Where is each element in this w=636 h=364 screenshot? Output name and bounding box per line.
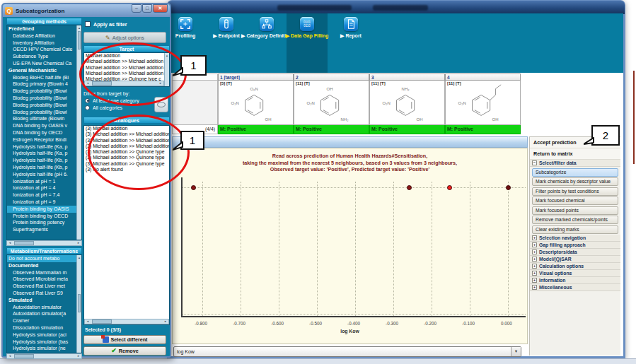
data-point[interactable] bbox=[407, 185, 412, 190]
dialog-titlebar[interactable]: Q Subcategorization – □ ✕ bbox=[3, 4, 170, 17]
metabolism-tree-item[interactable]: Observed Mammalian m bbox=[7, 269, 78, 276]
main-window-titlebar[interactable] bbox=[168, 1, 625, 14]
vertical-scrollbar[interactable]: ▲ bbox=[76, 25, 81, 240]
metabolism-tree-item[interactable]: Autoxidation simulator(a bbox=[7, 310, 78, 317]
grouping-tree-item[interactable]: Hydrolysis half-life (Ka, p bbox=[7, 143, 78, 151]
metabolism-tree-item[interactable]: Observed Microbial meta bbox=[7, 276, 78, 283]
metabolism-tree-item[interactable]: Do not account metabo bbox=[7, 255, 78, 262]
grouping-tree-item[interactable]: Biodeg probability (Biowi bbox=[7, 88, 78, 95]
panel-button[interactable]: Mark focused points bbox=[532, 206, 618, 215]
metabolism-tree-item[interactable]: Hydrolysis simulator (bas bbox=[7, 339, 78, 346]
metabolism-tree-item[interactable]: Observed Rat Liver S9 bbox=[7, 290, 78, 297]
radio-icon[interactable] bbox=[85, 98, 90, 103]
grouping-tree-item[interactable]: General Mechanistic bbox=[7, 67, 78, 74]
chemical-structure-cell[interactable]: [5] [T]O₂NO₂NOH bbox=[218, 81, 294, 125]
metabolism-tree-item[interactable]: Observed Rat Liver met bbox=[7, 283, 78, 290]
grouping-tree-item[interactable]: Biodeg ultimate (Biowin bbox=[7, 115, 78, 122]
descriptor-dropdown[interactable]: log Kow ▼ bbox=[173, 346, 521, 357]
matrix-column-header[interactable]: 4 bbox=[445, 74, 521, 81]
grouping-tree-item[interactable]: Biodeg primary (Biowin 4 bbox=[7, 81, 78, 88]
maximize-icon[interactable]: □ bbox=[142, 4, 152, 13]
metabolism-tree-item[interactable]: Autoxidation simulator bbox=[7, 304, 78, 311]
horizontal-scrollbar[interactable]: ◄► bbox=[84, 319, 169, 324]
matrix-column-header[interactable]: 1 [target] bbox=[218, 74, 294, 81]
select-different-button[interactable]: Select different bbox=[83, 335, 166, 344]
radio-icon[interactable] bbox=[85, 105, 90, 110]
vertical-scrollbar[interactable]: ▲ bbox=[76, 255, 81, 353]
metabolism-tree-item[interactable]: Documented bbox=[7, 262, 78, 269]
panel-section-collapsed[interactable]: +Descriptors/data bbox=[530, 249, 620, 256]
grouping-tree-item[interactable]: Biodeg probability (Biowi bbox=[7, 109, 78, 116]
grouping-tree-item[interactable]: DNA binding by OECD bbox=[7, 129, 78, 136]
metabolism-tree-item[interactable]: Dissociation simulation bbox=[7, 324, 78, 331]
grouping-tree-item[interactable]: Protein binding potency bbox=[7, 219, 78, 226]
panel-button[interactable]: Remove marked chemicals/points bbox=[532, 216, 618, 224]
grouping-tree-item[interactable]: Substance Type bbox=[7, 53, 78, 60]
matrix-column-header[interactable]: 2 bbox=[294, 74, 369, 81]
panel-button[interactable]: Filter points by test conditions bbox=[532, 187, 618, 196]
grouping-tree-item[interactable]: Estrogen Receptor Bindi bbox=[7, 136, 78, 143]
metabolism-tree-item[interactable]: Simulated bbox=[7, 297, 78, 304]
checkbox-icon[interactable] bbox=[85, 21, 91, 27]
grouping-tree-item[interactable]: Protein binding by OECD bbox=[7, 213, 78, 220]
panel-button[interactable]: Subcategorize bbox=[532, 168, 618, 177]
panel-section-collapsed[interactable]: +Visual options bbox=[530, 270, 620, 277]
result-cell[interactable]: M: Positive bbox=[445, 125, 521, 134]
panel-section-collapsed[interactable]: +Information bbox=[530, 277, 620, 284]
panel-button[interactable]: Mark focused chemical bbox=[532, 196, 618, 205]
grouping-tree-item[interactable]: Ionization at pH = 7.4 bbox=[7, 192, 78, 199]
panel-section-collapsed[interactable]: +Model/(Q)SAR bbox=[530, 256, 620, 263]
data-point[interactable] bbox=[506, 185, 511, 190]
result-cell[interactable]: M: Positive bbox=[218, 125, 294, 134]
metabolism-tree-item[interactable]: Cramer bbox=[7, 317, 78, 324]
matrix-column-header[interactable]: 3 bbox=[369, 74, 445, 81]
return-to-matrix-button[interactable]: Return to matrix bbox=[530, 148, 620, 160]
grouping-tree-item[interactable]: OECD HPV Chemical Cate bbox=[7, 46, 78, 53]
adjust-options-button[interactable]: ✎ Adjust options bbox=[83, 32, 166, 43]
remove-button[interactable]: ✔ Remove bbox=[83, 346, 166, 356]
grouping-tree-item[interactable]: Ionization at pH = 9 bbox=[7, 199, 78, 206]
grouping-tree-item[interactable]: Inventory Affiliation bbox=[7, 40, 78, 47]
grouping-tree-item[interactable]: DNA binding by OASIS v bbox=[7, 122, 78, 129]
panel-section-collapsed[interactable]: +Miscellaneous bbox=[530, 284, 620, 291]
panel-section-collapsed[interactable]: +Gap filling approach bbox=[530, 242, 620, 249]
result-cell[interactable]: M: Positive bbox=[369, 125, 445, 134]
grouping-methods-tree[interactable]: PredefinedDatabase AffiliationInventory … bbox=[6, 25, 82, 240]
panel-section-expanded[interactable]: −Select/filter data bbox=[530, 160, 620, 167]
metabolism-tree-item[interactable]: Hydrolysis simulator (ne bbox=[7, 345, 78, 352]
data-point-focused[interactable] bbox=[447, 185, 452, 190]
horizontal-scrollbar[interactable]: ◄► bbox=[6, 240, 82, 246]
chemical-structure-cell[interactable]: [11] [T]OHO₂NNH₂ bbox=[294, 81, 369, 125]
close-icon[interactable]: ✕ bbox=[153, 4, 168, 13]
grouping-tree-item[interactable]: Hydrolysis half-life (pH 6. bbox=[7, 171, 78, 178]
grouping-tree-item[interactable]: Biodeg BioHC half-life (Bi bbox=[7, 74, 78, 81]
grouping-tree-item[interactable]: Protein binding by OASIS bbox=[7, 206, 78, 213]
toolbar-item-data-gap-filling[interactable]: 01010110▶ Data Gap Filling bbox=[287, 13, 328, 73]
grouping-tree-item[interactable]: Superfragments bbox=[7, 226, 78, 233]
minimize-icon[interactable]: – bbox=[132, 4, 141, 13]
grouping-tree-item[interactable]: Ionization at pH = 4 bbox=[7, 184, 78, 192]
grouping-tree-item[interactable]: Ionization at pH = 1 bbox=[7, 178, 78, 185]
chemical-structure-cell[interactable]: [11] [T]NH₂O₂NOH bbox=[369, 81, 445, 125]
grouping-tree-item[interactable]: Hydrolysis half-life (Ka, p bbox=[7, 150, 78, 157]
chevron-down-icon[interactable]: ▼ bbox=[511, 347, 521, 356]
grouping-tree-item[interactable]: US-EPA New Chemical Ca bbox=[7, 60, 78, 67]
grouping-tree-item[interactable]: Biodeg probability (Biowi bbox=[7, 102, 78, 109]
panel-section-collapsed[interactable]: +Calculation options bbox=[530, 263, 620, 270]
panel-section-collapsed[interactable]: +Selection navigation bbox=[530, 235, 620, 242]
horizontal-scrollbar[interactable]: ◄► bbox=[6, 353, 82, 359]
grouping-tree-item[interactable]: Biodeg probability (Biowi bbox=[7, 95, 78, 102]
result-cell[interactable]: M: Positive bbox=[294, 125, 369, 134]
grouping-tree-item[interactable]: Hydrolysis half-life (Kb, p bbox=[7, 164, 78, 171]
metabolism-tree-item[interactable]: Hydrolysis simulator (aci bbox=[7, 331, 78, 339]
metabolism-tree[interactable]: Do not account metaboDocumentedObserved … bbox=[6, 254, 82, 353]
panel-button[interactable]: Clear existing marks bbox=[532, 225, 618, 234]
apply-as-filter-row[interactable]: Apply as filter bbox=[83, 20, 170, 28]
grouping-tree-item[interactable]: Hydrolysis half-life (Kb, p bbox=[7, 157, 78, 164]
panel-button[interactable]: Mark chemicals by descriptor value bbox=[532, 177, 618, 186]
grouping-tree-item[interactable]: Predefined bbox=[7, 25, 78, 33]
data-point[interactable] bbox=[191, 185, 196, 190]
plot-area[interactable] bbox=[181, 177, 526, 317]
toolbar-item-report[interactable]: ▶ Report bbox=[333, 13, 369, 73]
toolbar-item-category-definition[interactable]: ▶ Category Definition bbox=[240, 13, 294, 73]
